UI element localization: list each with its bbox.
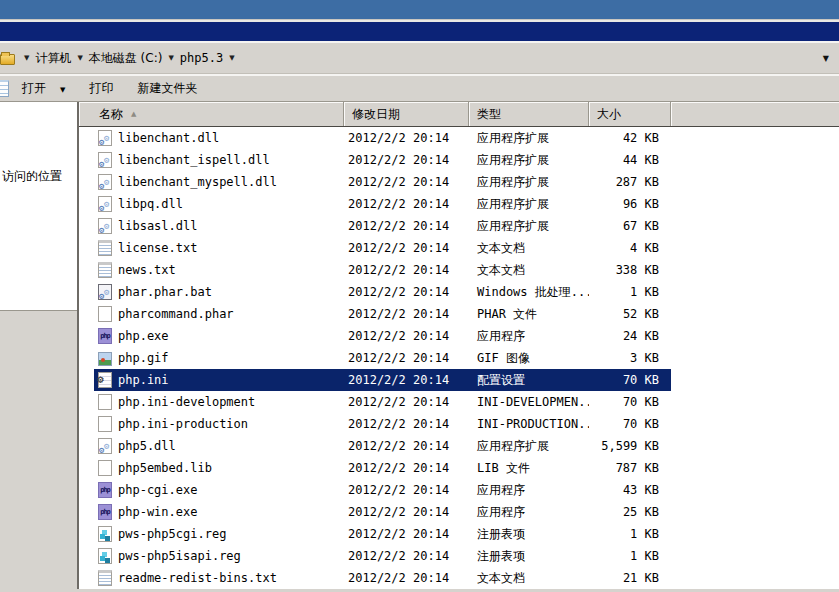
row-highlight-region[interactable]: pws-php5isapi.reg2012/2/2 20:14注册表项1 KB — [94, 545, 671, 567]
file-row[interactable]: php5embed.lib2012/2/2 20:14LIB 文件787 KB — [79, 457, 839, 479]
row-highlight-region[interactable]: php5embed.lib2012/2/2 20:14LIB 文件787 KB — [94, 457, 671, 479]
new-folder-button[interactable]: 新建文件夹 — [129, 77, 205, 100]
file-date: 2012/2/2 20:14 — [344, 131, 469, 145]
print-button[interactable]: 打印 — [81, 77, 121, 100]
file-row[interactable]: libenchant_ispell.dll2012/2/2 20:14应用程序扩… — [79, 149, 839, 171]
row-highlight-region[interactable]: pharcommand.phar2012/2/2 20:14PHAR 文件52 … — [94, 303, 671, 325]
address-history-dropdown-icon[interactable]: ▼ — [823, 54, 829, 63]
file-name-cell[interactable]: readme-redist-bins.txt — [94, 570, 344, 586]
page-file-icon — [98, 460, 112, 476]
column-header-date-modified[interactable]: 修改日期 — [344, 102, 469, 126]
file-name-cell[interactable]: php5.dll — [94, 438, 344, 454]
file-row[interactable]: php5.dll2012/2/2 20:14应用程序扩展5,599 KB — [79, 435, 839, 457]
file-row[interactable]: php.ini2012/2/2 20:14配置设置70 KB — [79, 369, 839, 391]
file-name-cell[interactable]: libenchant_myspell.dll — [94, 174, 344, 190]
file-row[interactable]: license.txt2012/2/2 20:14文本文档4 KB — [79, 237, 839, 259]
file-row[interactable]: php.ini-production2012/2/2 20:14INI-PROD… — [79, 413, 839, 435]
file-date: 2012/2/2 20:14 — [344, 549, 469, 563]
file-name-cell[interactable]: php.gif — [94, 351, 344, 366]
file-row[interactable]: php-cgi.exe2012/2/2 20:14应用程序43 KB — [79, 479, 839, 501]
file-row[interactable]: libenchant_myspell.dll2012/2/2 20:14应用程序… — [79, 171, 839, 193]
row-highlight-region[interactable]: libsasl.dll2012/2/2 20:14应用程序扩展67 KB — [94, 215, 671, 237]
file-name-cell[interactable]: libpq.dll — [94, 196, 344, 212]
file-row[interactable]: php.ini-development2012/2/2 20:14INI-DEV… — [79, 391, 839, 413]
file-name-cell[interactable]: php-win.exe — [94, 504, 344, 520]
file-name-cell[interactable]: pws-php5isapi.reg — [94, 548, 344, 564]
breadcrumb-local-disk-c[interactable]: 本地磁盘 (C:) — [88, 48, 164, 69]
file-row[interactable]: news.txt2012/2/2 20:14文本文档338 KB — [79, 259, 839, 281]
row-highlight-region[interactable]: php5.dll2012/2/2 20:14应用程序扩展5,599 KB — [94, 435, 671, 457]
file-row[interactable]: libsasl.dll2012/2/2 20:14应用程序扩展67 KB — [79, 215, 839, 237]
page-file-icon — [98, 394, 112, 410]
file-size: 24 KB — [589, 329, 671, 343]
file-row[interactable]: pws-php5isapi.reg2012/2/2 20:14注册表项1 KB — [79, 545, 839, 567]
file-row[interactable]: readme-redist-bins.txt2012/2/2 20:14文本文档… — [79, 567, 839, 589]
file-size: 52 KB — [589, 307, 671, 321]
file-row[interactable]: libpq.dll2012/2/2 20:14应用程序扩展96 KB — [79, 193, 839, 215]
row-highlight-region[interactable]: libenchant_myspell.dll2012/2/2 20:14应用程序… — [94, 171, 671, 193]
chevron-down-icon[interactable]: ▼ — [168, 54, 173, 62]
file-row[interactable]: php.exe2012/2/2 20:14应用程序24 KB — [79, 325, 839, 347]
row-highlight-region[interactable]: libenchant_ispell.dll2012/2/2 20:14应用程序扩… — [94, 149, 671, 171]
file-row[interactable]: pharcommand.phar2012/2/2 20:14PHAR 文件52 … — [79, 303, 839, 325]
file-name-cell[interactable]: php5embed.lib — [94, 460, 344, 476]
row-highlight-region[interactable]: php.ini-development2012/2/2 20:14INI-DEV… — [94, 391, 671, 413]
row-highlight-region[interactable]: news.txt2012/2/2 20:14文本文档338 KB — [94, 259, 671, 281]
file-name-cell[interactable]: php-cgi.exe — [94, 482, 344, 498]
file-name-cell[interactable]: news.txt — [94, 262, 344, 278]
row-highlight-region[interactable]: php.ini-production2012/2/2 20:14INI-PROD… — [94, 413, 671, 435]
file-row[interactable]: php.gif2012/2/2 20:14GIF 图像3 KB — [79, 347, 839, 369]
file-row[interactable]: pws-php5cgi.reg2012/2/2 20:14注册表项1 KB — [79, 523, 839, 545]
chevron-down-icon[interactable]: ▼ — [60, 86, 65, 94]
file-name: pws-php5cgi.reg — [118, 527, 226, 541]
file-name-cell[interactable]: libenchant_ispell.dll — [94, 152, 344, 168]
row-highlight-region[interactable]: php-cgi.exe2012/2/2 20:14应用程序43 KB — [94, 479, 671, 501]
file-name-cell[interactable]: php.ini — [94, 372, 344, 388]
row-highlight-region[interactable]: php.ini2012/2/2 20:14配置设置70 KB — [94, 369, 671, 391]
row-highlight-region[interactable]: php.exe2012/2/2 20:14应用程序24 KB — [94, 325, 671, 347]
file-name-cell[interactable]: license.txt — [94, 240, 344, 256]
row-inset — [79, 149, 94, 171]
file-name-cell[interactable]: php.exe — [94, 328, 344, 344]
txt-file-icon — [98, 570, 112, 586]
file-date: 2012/2/2 20:14 — [344, 285, 469, 299]
file-name: pharcommand.phar — [118, 307, 234, 321]
chevron-down-icon[interactable]: ▼ — [77, 54, 82, 62]
file-name-cell[interactable]: php.ini-production — [94, 416, 344, 432]
row-highlight-region[interactable]: phar.phar.bat2012/2/2 20:14Windows 批处理..… — [94, 281, 671, 303]
file-name-cell[interactable]: php.ini-development — [94, 394, 344, 410]
breadcrumb-computer[interactable]: 计算机 — [34, 48, 72, 69]
row-highlight-region[interactable]: pws-php5cgi.reg2012/2/2 20:14注册表项1 KB — [94, 523, 671, 545]
file-row[interactable]: php-win.exe2012/2/2 20:14应用程序25 KB — [79, 501, 839, 523]
row-highlight-region[interactable]: license.txt2012/2/2 20:14文本文档4 KB — [94, 237, 671, 259]
row-inset — [79, 215, 94, 237]
row-highlight-region[interactable]: php.gif2012/2/2 20:14GIF 图像3 KB — [94, 347, 671, 369]
dll-file-icon — [98, 152, 112, 168]
breadcrumb-php53[interactable]: php5.3 — [179, 49, 224, 67]
column-header-name[interactable]: 名称 ▲ — [79, 102, 344, 126]
file-row[interactable]: phar.phar.bat2012/2/2 20:14Windows 批处理..… — [79, 281, 839, 303]
row-highlight-region[interactable]: libenchant.dll2012/2/2 20:14应用程序扩展42 KB — [94, 127, 671, 149]
row-highlight-region[interactable]: libpq.dll2012/2/2 20:14应用程序扩展96 KB — [94, 193, 671, 215]
file-name-cell[interactable]: pws-php5cgi.reg — [94, 526, 344, 542]
row-highlight-region[interactable]: php-win.exe2012/2/2 20:14应用程序25 KB — [94, 501, 671, 523]
file-type: 应用程序扩展 — [469, 152, 589, 169]
chevron-down-icon[interactable]: ▼ — [229, 54, 234, 62]
column-header-size[interactable]: 大小 — [589, 102, 671, 126]
reg-file-icon — [98, 526, 112, 542]
file-name-cell[interactable]: libenchant.dll — [94, 130, 344, 146]
chevron-down-icon[interactable]: ▼ — [24, 54, 29, 62]
column-header-filler — [671, 102, 839, 126]
dll-file-icon — [98, 196, 112, 212]
file-name: phar.phar.bat — [118, 285, 212, 299]
file-date: 2012/2/2 20:14 — [344, 571, 469, 585]
sidebar-item-recent-places[interactable]: 访问的位置 — [2, 169, 62, 183]
file-name-cell[interactable]: libsasl.dll — [94, 218, 344, 234]
file-name-cell[interactable]: pharcommand.phar — [94, 306, 344, 322]
file-name-cell[interactable]: phar.phar.bat — [94, 284, 344, 300]
row-highlight-region[interactable]: readme-redist-bins.txt2012/2/2 20:14文本文档… — [94, 567, 671, 589]
column-header-type[interactable]: 类型 — [469, 102, 589, 126]
file-row[interactable]: libenchant.dll2012/2/2 20:14应用程序扩展42 KB — [79, 127, 839, 149]
row-inset — [79, 347, 94, 369]
open-button[interactable]: 打开▼ — [14, 77, 73, 100]
